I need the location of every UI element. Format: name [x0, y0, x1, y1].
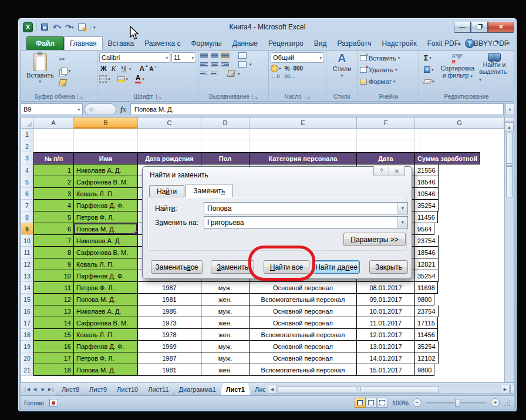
row-header-14[interactable]: 14: [21, 282, 33, 294]
cell-A17[interactable]: 14: [33, 317, 74, 329]
align-center-icon[interactable]: [211, 61, 218, 68]
ribbon-tab-формулы[interactable]: Формулы: [186, 37, 227, 50]
column-header-D[interactable]: D: [201, 117, 249, 129]
cell-F14[interactable]: 08.01.2017: [357, 282, 415, 294]
sheet-tab-лист8[interactable]: Лист8: [56, 383, 85, 395]
dialog-launcher-icon[interactable]: ↘: [305, 94, 310, 99]
row-header-21[interactable]: 21: [21, 364, 33, 376]
cell-B5[interactable]: Сафронова В. М.: [74, 176, 138, 188]
cell-C18[interactable]: 1978: [138, 329, 201, 341]
cell-G4[interactable]: 21556: [415, 164, 439, 176]
italic-button[interactable]: К: [109, 65, 118, 73]
ribbon-tab-главная[interactable]: Главная: [64, 36, 103, 50]
cell-E16[interactable]: Основной персонал: [249, 305, 357, 317]
cell-G1[interactable]: [415, 129, 420, 140]
row-header-12[interactable]: 12: [21, 258, 33, 270]
cell-A18[interactable]: 15: [33, 329, 74, 341]
cell-C21[interactable]: 1981: [138, 364, 201, 376]
minimize-button[interactable]: —: [454, 22, 471, 33]
row-header-8[interactable]: 8: [21, 211, 33, 223]
column-header-B[interactable]: B: [74, 117, 138, 129]
vertical-scroll-thumb[interactable]: [506, 133, 513, 197]
wrap-text-icon[interactable]: [238, 52, 247, 59]
cell-G5[interactable]: 18546: [415, 176, 439, 188]
resize-grip[interactable]: [504, 399, 511, 406]
row-header-9[interactable]: 9: [21, 223, 33, 235]
cell-B4[interactable]: Николаев А. Д.: [74, 164, 138, 176]
cell-D16[interactable]: муж.: [201, 305, 249, 317]
horizontal-scrollbar[interactable]: ◀ ▶: [268, 383, 514, 395]
cell-G3[interactable]: Сумма заработной: [415, 152, 480, 164]
cell-D3[interactable]: Пол: [201, 152, 249, 164]
dropdown-arrow-icon[interactable]: ▾: [341, 73, 343, 78]
column-header-E[interactable]: E: [249, 117, 357, 129]
cell-G17[interactable]: 17115: [415, 317, 438, 329]
name-box[interactable]: B9▾: [21, 103, 83, 115]
cell-C19[interactable]: 1969: [138, 341, 201, 352]
currency-format-button[interactable]: ▾: [271, 65, 281, 72]
replace-all-button[interactable]: Заменить все: [151, 260, 203, 274]
cell-E17[interactable]: Основной персонал: [249, 317, 357, 329]
column-header-G[interactable]: G: [415, 117, 504, 129]
cell-A3[interactable]: № п/п: [33, 152, 74, 164]
collapse-ribbon-icon[interactable]: ▲: [457, 41, 462, 46]
chevron-down-icon[interactable]: ▼: [397, 217, 407, 228]
cell-D15[interactable]: жен.: [201, 294, 249, 305]
align-middle-icon[interactable]: [211, 52, 218, 59]
cell-E19[interactable]: Основной персонал: [249, 341, 357, 352]
customize-qat-icon[interactable]: ▾: [93, 25, 96, 29]
row-header-7[interactable]: 7: [21, 200, 33, 211]
cell-E14[interactable]: Основной персонал: [249, 282, 357, 294]
sheet-tab-лист9[interactable]: Лист9: [83, 383, 113, 395]
cell-F1[interactable]: [357, 129, 415, 140]
dialog-launcher-icon[interactable]: ↘: [77, 94, 83, 99]
cell-B17[interactable]: Сафронова В. М.: [74, 317, 138, 329]
row-header-3[interactable]: 3: [21, 152, 33, 164]
zoom-out-button[interactable]: −: [413, 398, 422, 407]
align-top-icon[interactable]: [200, 52, 208, 59]
format-cells-button[interactable]: Формат▾: [360, 76, 396, 87]
sheet-tab-лист10[interactable]: Лист10: [111, 383, 144, 395]
macro-record-icon[interactable]: [49, 399, 58, 406]
shrink-font-button[interactable]: А▼: [149, 66, 157, 72]
increase-indent-icon[interactable]: [211, 70, 218, 77]
dropdown-arrow-icon[interactable]: ▾: [129, 67, 132, 71]
cell-A1[interactable]: [33, 129, 74, 140]
cell-A20[interactable]: 17: [33, 352, 74, 364]
ribbon-tab-разметка-с[interactable]: Разметка с: [139, 37, 186, 50]
cell-A21[interactable]: 18: [33, 364, 74, 376]
dialog-close-icon[interactable]: ✕: [389, 166, 405, 176]
zoom-in-button[interactable]: +: [491, 398, 500, 407]
help-icon[interactable]: ?: [465, 39, 474, 48]
restore-button[interactable]: [471, 22, 488, 33]
ribbon-tab-вид[interactable]: Вид: [309, 37, 332, 50]
cell-A6[interactable]: 3: [33, 188, 74, 200]
cell-A13[interactable]: 10: [33, 270, 74, 282]
redo-button[interactable]: ↷▾: [64, 22, 75, 32]
row-header-4[interactable]: 4: [21, 164, 33, 176]
row-header-17[interactable]: 17: [21, 317, 33, 329]
cell-C1[interactable]: [138, 129, 201, 140]
decrease-indent-icon[interactable]: [200, 70, 208, 77]
cell-A4[interactable]: 1: [33, 164, 74, 176]
styles-label[interactable]: Стили: [333, 65, 352, 72]
decrease-decimal-icon[interactable]: .00→: [284, 74, 295, 79]
fill-color-icon[interactable]: [117, 76, 125, 82]
column-header-C[interactable]: C: [138, 117, 201, 129]
cell-A19[interactable]: 16: [33, 341, 74, 352]
cell-G18[interactable]: 11456: [415, 329, 438, 341]
replace-input[interactable]: Григорьева ▼: [204, 216, 408, 229]
cell-B13[interactable]: Парфенов Д. Ф.: [74, 270, 138, 282]
cell-G16[interactable]: 23754: [415, 305, 439, 317]
font-color-icon[interactable]: А: [135, 75, 141, 83]
row-header-19[interactable]: 19: [21, 341, 33, 352]
expand-formula-bar-icon[interactable]: ▾: [505, 103, 514, 115]
font-size-combo[interactable]: 11▾: [171, 52, 196, 63]
number-format-combo[interactable]: Общий▾: [271, 52, 324, 63]
dropdown-arrow-icon[interactable]: ▾: [77, 107, 80, 112]
cut-button[interactable]: ✂: [58, 54, 73, 64]
scroll-up-icon[interactable]: ▲: [505, 122, 514, 132]
cell-B16[interactable]: Николаев А. Д.: [74, 305, 138, 317]
cell-C16[interactable]: 1985: [138, 305, 201, 317]
autosum-button[interactable]: Σ▾: [422, 53, 436, 63]
